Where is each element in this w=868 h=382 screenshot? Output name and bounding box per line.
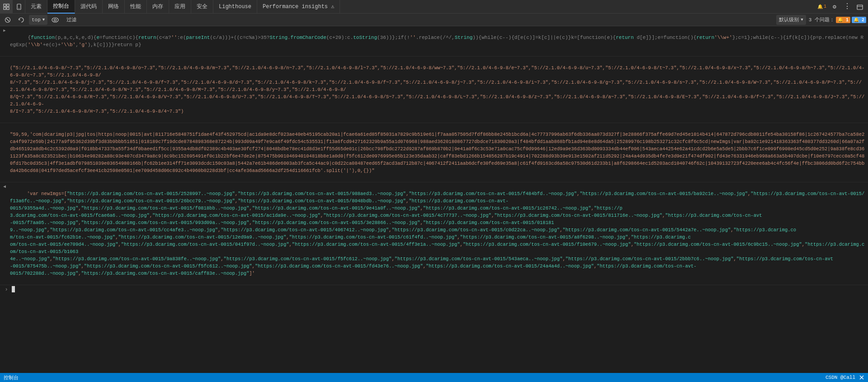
line-4-content: 'var newImgs=["https://p3.dcarimg.com/to… xyxy=(9,183,866,284)
console-line-1: ▶ {function(p,a,c,k,e,d){e=function(c){r… xyxy=(0,26,868,57)
settings-icon: ⚙ xyxy=(833,3,836,10)
status-bar-right: CSDN @Call xyxy=(826,375,864,380)
tab-right-icons: 🔔 1 ⚙ ⋮ xyxy=(816,0,866,13)
filter-btn[interactable]: 过滤 xyxy=(63,15,80,25)
mobile-icon[interactable] xyxy=(13,0,25,14)
input-gutter: › xyxy=(2,286,11,293)
eye-btn[interactable] xyxy=(49,15,61,25)
context-chevron-icon: ▼ xyxy=(42,18,45,22)
console-line-3: "59,59,'com|dcarimg|p3|jpg|tos|https|noo… xyxy=(0,123,868,182)
svg-rect-2 xyxy=(4,7,6,10)
tabs-row: 元素 控制台 源代码 网络 性能 内存 应用 安全 Lighthouse Per… xyxy=(0,0,868,14)
toolbar-right: 默认级别 ▼ 3 个问题： 🔔 1 🔔 2 xyxy=(776,15,866,25)
console-line-2: ("5://2.1.0/4-6-9-8/~7.3","5://2.1.0/4-6… xyxy=(0,57,868,123)
tab-application[interactable]: 应用 xyxy=(169,0,191,14)
line-1-content: {function(p,a,c,k,e,d){e=function(c){ret… xyxy=(9,27,866,56)
tab-console[interactable]: 控制台 xyxy=(47,0,75,14)
context-selector[interactable]: top ▼ xyxy=(29,15,47,25)
tab-memory[interactable]: 内存 xyxy=(147,0,169,14)
svg-rect-1 xyxy=(7,4,9,6)
line-2-gutter xyxy=(0,57,9,57)
eye-icon xyxy=(52,17,59,23)
line-2-content: ("5://2.1.0/4-6-9-8/~7.3","5://2.1.0/4-6… xyxy=(9,57,866,122)
svg-point-10 xyxy=(52,18,58,22)
tab-performance-insights[interactable]: Performance insights ⚠ xyxy=(257,0,340,14)
tab-lighthouse[interactable]: Lighthouse xyxy=(213,0,257,14)
more-icon-btn[interactable]: ⋮ xyxy=(841,0,854,13)
notification-count: 1 xyxy=(824,4,826,9)
refresh-btn[interactable] xyxy=(15,15,27,25)
refresh-icon xyxy=(18,17,24,23)
issue-badge-area: 3 个问题： 🔔 1 🔔 2 xyxy=(809,16,866,23)
line-1-gutter: ▶ xyxy=(0,27,9,34)
orange-badge[interactable]: 🔔 1 xyxy=(836,17,850,23)
issues-label: 3 个问题： xyxy=(809,16,835,23)
tab-network[interactable]: 网络 xyxy=(103,0,125,14)
expand-arrow-1[interactable]: ▶ xyxy=(3,27,5,34)
undock-icon xyxy=(857,4,863,10)
undock-icon-btn[interactable] xyxy=(854,0,866,13)
clear-console-btn[interactable] xyxy=(2,15,14,25)
console-line-4: ◀ 'var newImgs=["https://p3.dcarimg.com/… xyxy=(0,182,868,285)
status-console-label: 控制台 xyxy=(4,374,19,381)
blue-badge[interactable]: 🔔 2 xyxy=(852,17,866,23)
context-label: top xyxy=(32,17,41,23)
input-cursor xyxy=(12,286,15,292)
toolbar-row: top ▼ 过滤 默认级别 ▼ 3 个问题： 🔔 1 🔔 2 xyxy=(0,14,868,26)
level-label: 默认级别 xyxy=(779,16,799,23)
settings-icon-btn[interactable]: ⚙ xyxy=(828,0,841,13)
line-3-content: "59,59,'com|dcarimg|p3|jpg|tos|https|noo… xyxy=(9,124,866,181)
more-icon: ⋮ xyxy=(844,3,851,10)
line-3-gutter xyxy=(0,124,9,124)
status-bar: 控制台 CSDN @Call xyxy=(0,373,868,382)
tab-security[interactable]: 安全 xyxy=(191,0,213,14)
input-prompt-icon: › xyxy=(5,286,8,293)
notification-icon-btn[interactable]: 🔔 1 xyxy=(816,0,828,13)
svg-rect-0 xyxy=(4,4,6,6)
notification-icon: 🔔 xyxy=(817,4,823,10)
svg-rect-6 xyxy=(857,5,863,10)
tab-elements[interactable]: 元素 xyxy=(25,0,47,14)
clear-icon xyxy=(5,17,11,23)
status-right-label: CSDN @Call xyxy=(826,375,855,380)
devtools-icon[interactable] xyxy=(0,0,13,14)
svg-line-9 xyxy=(6,19,9,21)
input-line[interactable]: › xyxy=(0,285,868,293)
svg-rect-3 xyxy=(7,7,9,10)
svg-point-11 xyxy=(54,19,57,21)
status-bar-left: 控制台 xyxy=(4,374,19,381)
close-x-icon[interactable] xyxy=(859,375,864,380)
svg-point-5 xyxy=(19,8,19,9)
console-area[interactable]: ▶ {function(p,a,c,k,e,d){e=function(c){r… xyxy=(0,26,868,373)
tab-sources[interactable]: 源代码 xyxy=(75,0,103,14)
level-selector[interactable]: 默认级别 ▼ xyxy=(776,15,806,25)
filter-label: 过滤 xyxy=(66,16,76,23)
tab-performance[interactable]: 性能 xyxy=(125,0,147,14)
line-4-left: ◀ xyxy=(0,183,9,191)
level-chevron-icon: ▼ xyxy=(801,18,803,22)
